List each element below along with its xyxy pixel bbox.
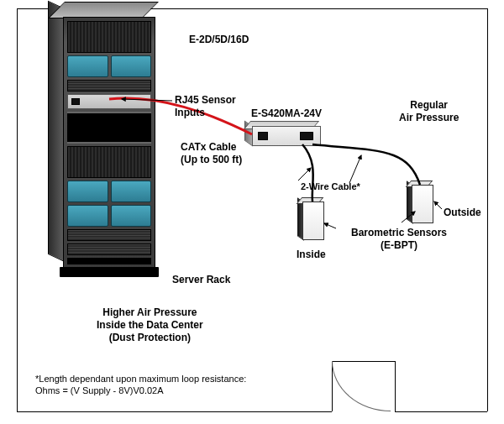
converter-box (252, 126, 319, 144)
arrow-sensor-inside (324, 223, 336, 228)
rack-screen-icon (111, 205, 152, 227)
rack-screen-icon (67, 181, 108, 202)
rack-drive-bay (67, 21, 151, 53)
room-wall-bottom-left (17, 411, 332, 412)
rack-front-panel (63, 17, 155, 269)
door-jamb-right (395, 361, 396, 411)
rack-screen-icon (111, 181, 152, 202)
rack-vent (67, 80, 151, 92)
two-wire-cable-inside (302, 144, 313, 202)
door-swing-arc-icon (332, 361, 391, 411)
server-rack (63, 17, 155, 269)
rack-vent (67, 229, 151, 241)
room-wall-left (17, 8, 18, 411)
rack-kvm-row (67, 181, 151, 202)
rack-screen-icon (111, 55, 152, 77)
rack-gap (67, 112, 151, 144)
converter-front (252, 126, 321, 146)
rack-kvm-row (67, 55, 151, 77)
label-inside: Inside (297, 249, 326, 261)
rack-sensor-panel (67, 94, 151, 109)
label-footnote: *Length dependant upon maximum loop resi… (35, 374, 246, 397)
rack-screen-icon (67, 55, 108, 77)
arrow-two-wire-l (298, 168, 311, 181)
sensor-front (302, 202, 324, 240)
rack-top-panel (48, 2, 159, 18)
label-device-model: E-2D/5D/16D (189, 34, 249, 46)
label-higher-pressure: Higher Air Pressure Inside the Data Cent… (97, 306, 203, 344)
label-outside: Outside (444, 207, 481, 219)
room-wall-bottom-right (395, 411, 487, 412)
label-rj45: RJ45 Sensor Inputs (175, 94, 236, 119)
arrow-outside-label (434, 202, 442, 209)
label-barometric: Barometric Sensors (E-BPT) (351, 227, 447, 252)
sensor-inside (302, 202, 323, 238)
label-converter-model: E-S420MA-24V (251, 107, 322, 120)
arrow-two-wire-r (349, 155, 361, 183)
rack-screen-icon (67, 205, 108, 227)
sensor-front (412, 185, 433, 223)
label-regular-pressure: Regular Air Pressure (399, 99, 459, 124)
label-two-wire: 2-Wire Cable* (301, 181, 360, 193)
label-server-rack: Server Rack (172, 274, 230, 286)
rack-drive-bay (67, 146, 151, 178)
rack-base (60, 267, 159, 277)
label-catx: CATx Cable (Up to 500 ft) (181, 141, 242, 166)
rj45-port-icon (71, 98, 80, 105)
room-wall-right (487, 8, 488, 411)
rack-kvm-row (67, 205, 151, 227)
rack-vent (67, 243, 151, 255)
two-wire-cable-outside (312, 144, 420, 185)
sensor-outside (412, 185, 432, 222)
rack-foot (67, 258, 151, 264)
